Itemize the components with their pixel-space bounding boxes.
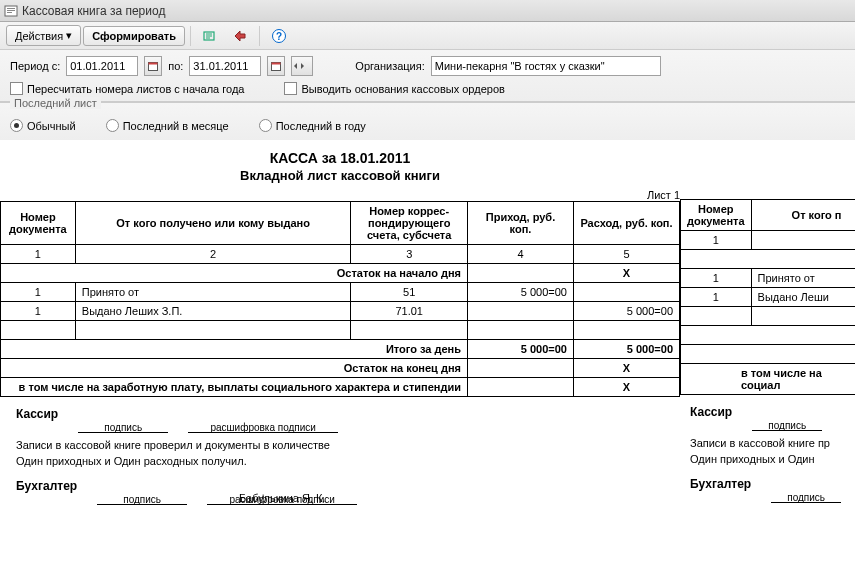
cell: 1 xyxy=(681,288,752,307)
accountant-label: Бухгалтер xyxy=(16,479,77,505)
help-button[interactable]: ? xyxy=(265,24,293,48)
actions-button[interactable]: Действия ▾ xyxy=(6,25,81,46)
cashier-label: Кассир xyxy=(690,405,732,431)
radio-normal-label: Обычный xyxy=(27,120,76,132)
org-label: Организация: xyxy=(355,60,424,72)
group-title: Последний лист xyxy=(10,97,101,109)
sign-caption: подпись xyxy=(771,492,841,503)
sign-caption: подпись xyxy=(97,494,187,505)
restore-icon-button[interactable] xyxy=(226,24,254,48)
period-to-label: по: xyxy=(168,60,183,72)
date-to-picker[interactable] xyxy=(267,56,285,76)
svg-rect-1 xyxy=(7,8,15,9)
toolbar: Действия ▾ Сформировать ? xyxy=(0,22,855,50)
actions-label: Действия xyxy=(15,30,63,42)
colnum: 2 xyxy=(75,245,351,264)
cashier-block-copy: Кассир подпись xyxy=(690,405,822,431)
recalc-checkbox[interactable] xyxy=(10,82,23,95)
window-title: Кассовая книга за период xyxy=(22,4,165,18)
basis-label: Выводить основания кассовых ордеров xyxy=(301,83,504,95)
separator xyxy=(190,26,191,46)
cashier-block: Кассир подпись расшифровка подписи xyxy=(16,407,338,433)
th-corr: Номер коррес- пондирующего счета, субсче… xyxy=(351,202,468,245)
colnum: 1 xyxy=(681,231,752,250)
sign-line: подпись xyxy=(752,418,822,431)
cell-x: X xyxy=(573,264,679,283)
sign-line: подпись xyxy=(97,492,187,505)
th-fromto: От кого п xyxy=(751,200,855,231)
th-docno: Номер документа xyxy=(681,200,752,231)
row-end: Остаток на конец дня xyxy=(1,359,468,378)
radio-month[interactable] xyxy=(106,119,119,132)
note2: Один приходных и Один расходных получил. xyxy=(0,453,680,469)
svg-rect-2 xyxy=(7,10,15,11)
cell: Выдано Леших З.П. xyxy=(75,302,351,321)
settings-icon-button[interactable] xyxy=(196,24,224,48)
org-input[interactable] xyxy=(431,56,661,76)
title-bar: Кассовая книга за период xyxy=(0,0,855,22)
cell: 5 000=00 xyxy=(573,302,679,321)
report-subtitle: Вкладной лист кассовой книги xyxy=(0,168,680,183)
calendar-icon xyxy=(271,61,281,71)
colnum: 4 xyxy=(467,245,573,264)
report-area: КАССА за 18.01.2011 Вкладной лист кассов… xyxy=(0,140,855,529)
cell: 5 000=00 xyxy=(467,340,573,359)
note2-copy: Один приходных и Один xyxy=(680,451,855,467)
cell: 5 000=00 xyxy=(573,340,679,359)
th-docno: Номер документа xyxy=(1,202,76,245)
date-to-input[interactable] xyxy=(189,56,261,76)
decode-caption: расшифровка подписи xyxy=(188,422,338,433)
cell: 71.01 xyxy=(351,302,468,321)
cash-table-copy: Номер документа От кого п 1 1 Принято от… xyxy=(680,199,855,395)
svg-rect-3 xyxy=(7,12,12,13)
sign-line: подпись xyxy=(78,420,168,433)
cell: 1 xyxy=(681,269,752,288)
period-from-label: Период с: xyxy=(10,60,60,72)
row-start: Остаток на начало дня xyxy=(1,264,468,283)
params-panel: Период с: по: Организация: Пересчитать н… xyxy=(0,50,855,102)
sign-line: подпись xyxy=(771,490,841,503)
cell: 5 000=00 xyxy=(467,283,573,302)
colnum: 3 xyxy=(351,245,468,264)
cell-x: X xyxy=(573,359,679,378)
form-button[interactable]: Сформировать xyxy=(83,26,185,46)
colnum: 5 xyxy=(573,245,679,264)
cash-table: Номер документа От кого получено или ком… xyxy=(0,201,680,397)
radio-normal[interactable] xyxy=(10,119,23,132)
date-from-picker[interactable] xyxy=(144,56,162,76)
colnum: 1 xyxy=(1,245,76,264)
report-title: КАССА за 18.01.2011 xyxy=(0,150,680,166)
accountant-label: Бухгалтер xyxy=(690,477,751,503)
period-select-button[interactable] xyxy=(291,56,313,76)
decode-caption: расшифровка подписи xyxy=(207,494,357,505)
cell: 51 xyxy=(351,283,468,302)
radio-month-label: Последний в месяце xyxy=(123,120,229,132)
arrow-icon xyxy=(232,28,248,44)
cell-x: X xyxy=(573,378,679,397)
basis-checkbox[interactable] xyxy=(284,82,297,95)
cell: Принято от xyxy=(75,283,351,302)
accountant-block-copy: Бухгалтер подпись xyxy=(690,477,841,503)
radio-year-label: Последний в году xyxy=(276,120,366,132)
decode-line: расшифровка подписи xyxy=(188,420,338,433)
recalc-label: Пересчитать номера листов с начала года xyxy=(27,83,244,95)
cell: Выдано Леши xyxy=(751,288,855,307)
sheet-number: Лист 1 xyxy=(0,189,680,201)
th-expense: Расход, руб. коп. xyxy=(573,202,679,245)
chevron-down-icon: ▾ xyxy=(66,29,72,42)
date-from-input[interactable] xyxy=(66,56,138,76)
note1: Записи в кассовой книге проверил и докум… xyxy=(0,437,680,453)
accountant-block: Бухгалтер подпись Бабулькина Я. К. расши… xyxy=(16,479,357,505)
radio-year[interactable] xyxy=(259,119,272,132)
lastsheet-group: Последний лист Обычный Последний в месяц… xyxy=(0,102,855,140)
help-icon: ? xyxy=(271,28,287,44)
note1-copy: Записи в кассовой книге пр xyxy=(680,435,855,451)
cashier-label: Кассир xyxy=(16,407,58,433)
th-income: Приход, руб. коп. xyxy=(467,202,573,245)
cell: 1 xyxy=(1,302,76,321)
th-fromto: От кого получено или кому выдано xyxy=(75,202,351,245)
app-icon xyxy=(4,4,18,18)
gear-icon xyxy=(202,28,218,44)
sign-caption: подпись xyxy=(752,420,822,431)
separator xyxy=(259,26,260,46)
